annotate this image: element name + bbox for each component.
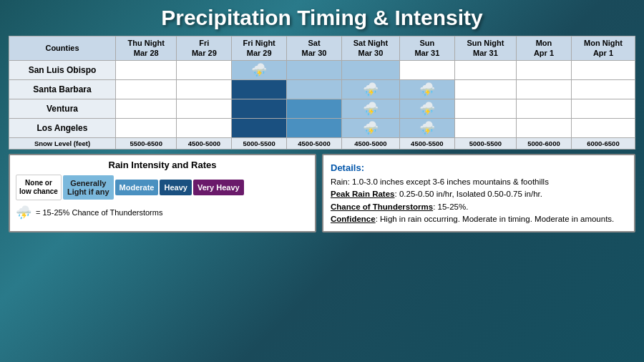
cell-2-5: ⛈️ (399, 99, 454, 118)
legend-none: None orlow chance (16, 175, 62, 200)
cell-3-1 (177, 118, 232, 137)
details-box: Details: Rain: 1.0-3.0 inches except 3-6… (322, 154, 635, 233)
cell-0-4 (341, 60, 399, 79)
cell-3-5: ⛈️ (399, 118, 454, 137)
col-header-sat: SatMar 30 (287, 36, 342, 61)
col-header-fri-night: Fri NightMar 29 (232, 36, 287, 61)
legend-box: Rain Intensity and Rates None orlow chan… (9, 154, 316, 233)
col-header-sun: SunMar 31 (399, 36, 454, 61)
cell-1-7 (517, 79, 572, 99)
legend-moderate: Moderate (115, 180, 159, 195)
cell-0-2: ⛈️ (232, 60, 287, 79)
cell-3-6 (454, 118, 516, 137)
cell-0-1 (177, 60, 232, 79)
details-confidence-label: Confidence (331, 215, 376, 223)
cell-1-4: ⛈️ (341, 79, 399, 99)
details-confidence: Confidence: High in rain occurring. Mode… (331, 213, 627, 225)
page-title: Precipitation Timing & Intensity (9, 6, 635, 30)
cell-3-4: ⛈️ (341, 118, 399, 137)
thunder-icon: ⛈️ (419, 82, 435, 97)
thunder-icon: ⛈️ (363, 82, 379, 97)
details-title: Details: (331, 161, 627, 175)
cell-1-1 (177, 79, 232, 99)
cell-0-6 (454, 60, 516, 79)
cell-2-3 (287, 99, 342, 118)
cell-1-2 (232, 79, 287, 99)
snow-value-3: 4500-5000 (287, 137, 342, 149)
cell-2-8 (571, 99, 635, 118)
cell-3-3 (287, 118, 342, 137)
legend-heavy: Heavy (160, 180, 191, 195)
cell-0-7 (517, 60, 572, 79)
details-rain: Rain: 1.0-3.0 inches except 3-6 inches m… (331, 176, 627, 188)
cell-2-4: ⛈️ (341, 99, 399, 118)
cell-3-0 (115, 118, 176, 137)
thunder-icon: ⛈️ (251, 63, 267, 77)
col-header-mon-night: Mon NightApr 1 (571, 36, 635, 61)
thunder-icon: ⛈️ (419, 121, 435, 135)
table-row: Santa Barbara⛈️⛈️ (9, 79, 635, 99)
table-row: Ventura⛈️⛈️ (9, 99, 635, 118)
details-confidence-value: : High in rain occurring. Moderate in ti… (376, 215, 615, 223)
col-header-mon: MonApr 1 (517, 36, 572, 61)
cell-0-0 (115, 60, 176, 79)
cell-2-7 (517, 99, 572, 118)
cell-2-0 (115, 99, 176, 118)
details-peak-rates-value: : 0.25-0.50 in/hr, Isolated 0.50-0.75 in… (395, 190, 543, 198)
cell-2-1 (177, 99, 232, 118)
cell-1-8 (571, 79, 635, 99)
snow-value-1: 4500-5000 (177, 137, 232, 149)
col-header-sun-night: Sun NightMar 31 (454, 36, 516, 61)
cell-3-2 (232, 118, 287, 137)
cell-2-6 (454, 99, 516, 118)
county-name: Los Angeles (9, 118, 116, 137)
legend-light: GenerallyLight if any (63, 175, 114, 200)
snow-value-0: 5500-6500 (115, 137, 176, 149)
thunder-legend-text: = 15-25% Chance of Thunderstorms (36, 208, 162, 217)
precip-table: Counties Thu NightMar 28 FriMar 29 Fri N… (9, 36, 635, 150)
legend-very-heavy: Very Heavy (193, 180, 244, 195)
legend-title: Rain Intensity and Rates (16, 160, 309, 170)
cell-1-5: ⛈️ (399, 79, 454, 99)
cell-0-5 (399, 60, 454, 79)
col-header-fri: FriMar 29 (177, 36, 232, 61)
col-header-sat-night: Sat NightMar 30 (341, 36, 399, 61)
county-name: San Luis Obispo (9, 60, 116, 79)
legend-thunder-row: ⛈️ = 15-25% Chance of Thunderstorms (16, 205, 309, 220)
snow-label: Snow Level (feet) (9, 137, 116, 149)
cell-1-3 (287, 79, 342, 99)
thunder-icon: ⛈️ (363, 102, 379, 116)
thunder-icon: ⛈️ (419, 102, 435, 116)
cell-2-2 (232, 99, 287, 118)
cell-3-8 (571, 118, 635, 137)
cell-0-3 (287, 60, 342, 79)
legend-items: None orlow chance GenerallyLight if any … (16, 175, 309, 200)
cell-3-7 (517, 118, 572, 137)
county-name: Santa Barbara (9, 79, 116, 99)
cell-0-8 (571, 60, 635, 79)
snow-value-2: 5000-5500 (232, 137, 287, 149)
snow-value-7: 5000-6000 (517, 137, 572, 149)
snow-value-4: 4500-5000 (341, 137, 399, 149)
table-row: San Luis Obispo⛈️ (9, 60, 635, 79)
cell-1-0 (115, 79, 176, 99)
col-header-counties: Counties (9, 36, 116, 61)
table-row: Los Angeles⛈️⛈️ (9, 118, 635, 137)
col-header-thu-night: Thu NightMar 28 (115, 36, 176, 61)
details-peak-rates: Peak Rain Rates: 0.25-0.50 in/hr, Isolat… (331, 188, 627, 200)
snow-value-8: 6000-6500 (571, 137, 635, 149)
snow-value-6: 5000-5500 (454, 137, 516, 149)
snow-value-5: 4500-5500 (399, 137, 454, 149)
thunder-icon: ⛈️ (363, 121, 379, 135)
details-chance: Chance of Thunderstorms: 15-25%. (331, 201, 627, 213)
cell-1-6 (454, 79, 516, 99)
snow-row: Snow Level (feet)5500-65004500-50005000-… (9, 137, 635, 149)
bottom-section: Rain Intensity and Rates None orlow chan… (9, 154, 635, 233)
details-chance-label: Chance of Thunderstorms (331, 202, 433, 211)
details-peak-rates-label: Peak Rain Rates (331, 190, 395, 198)
thunder-legend-icon: ⛈️ (16, 205, 31, 220)
details-chance-value: : 15-25%. (433, 202, 468, 211)
county-name: Ventura (9, 99, 116, 118)
